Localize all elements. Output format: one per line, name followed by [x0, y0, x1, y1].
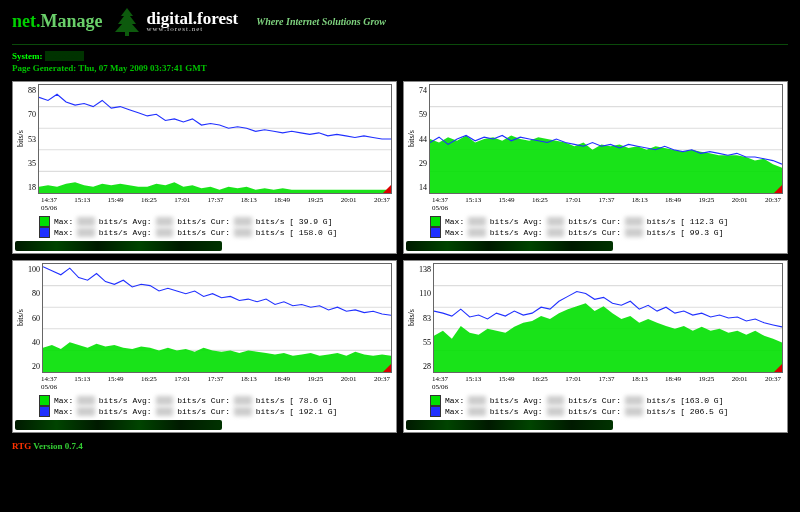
redacted-value: xx [234, 217, 252, 226]
plot-area [433, 263, 783, 373]
chart-2: RTG 0.7.4bits/s1008060402014:3715:1315:4… [12, 260, 397, 433]
legend-swatch [430, 406, 441, 417]
redacted-value: xx [468, 228, 486, 237]
system-row: System: xxxxxx [0, 51, 800, 63]
redacted-value: xx [468, 407, 486, 416]
plot-area [429, 84, 783, 194]
redacted-value: xx [547, 396, 565, 405]
redacted-value: xx [234, 407, 252, 416]
y-axis-ticks: 10080604020 [26, 263, 42, 373]
y-axis-ticks: 7459442914 [417, 84, 429, 194]
legend-swatch [430, 216, 441, 227]
charts-grid: RTG 0.7.4bits/s887053351814:3715:1315:49… [0, 81, 800, 433]
brand-left: net. [12, 11, 41, 31]
header-rule [12, 44, 788, 45]
tree-icon [113, 6, 141, 36]
y-axis-label: bits/s [406, 263, 417, 373]
legend-row: Max:xxbits/s Avg:xxbits/s Cur:xxbits/s [… [430, 406, 783, 417]
legend-swatch [39, 227, 50, 238]
redacted-value: xx [547, 407, 565, 416]
x-axis-ticks: 14:3715:1315:4916:2517:0117:3718:1318:49… [406, 373, 783, 383]
load-bar [15, 241, 222, 251]
x-axis-ticks: 14:3715:1315:4916:2517:0117:3718:1318:49… [406, 194, 783, 204]
digital-forest-title: digital.forest [147, 10, 239, 27]
redacted-value: xx [625, 396, 643, 405]
redacted-value: xx [625, 228, 643, 237]
x-axis-date: 05/06 [15, 204, 392, 214]
marker-icon [382, 184, 392, 194]
redacted-value: xx [234, 396, 252, 405]
legend-swatch [39, 406, 50, 417]
x-axis-date: 05/06 [406, 204, 783, 214]
y-axis-ticks: 8870533518 [26, 84, 38, 194]
redacted-value: xx [547, 228, 565, 237]
x-axis-date: 05/06 [15, 383, 392, 393]
legend-row: Max:xxbits/s Avg:xxbits/s Cur:xxbits/s [… [39, 216, 392, 227]
marker-icon [773, 363, 783, 373]
legend-row: Max:xxbits/s Avg:xxbits/s Cur:xxbits/s [… [430, 216, 783, 227]
y-axis-ticks: 138110835528 [417, 263, 433, 373]
chart-1: RTG 0.7.4bits/s745944291414:3715:1315:49… [403, 81, 788, 254]
marker-icon [773, 184, 783, 194]
header: net.Manage digital.forest www.forest.net… [0, 0, 800, 40]
redacted-value: xx [156, 228, 174, 237]
brand: net.Manage [12, 12, 103, 30]
legend-swatch [39, 216, 50, 227]
load-bar [406, 241, 613, 251]
legend-swatch [39, 395, 50, 406]
redacted-value: xx [77, 217, 95, 226]
legend-row: Max:xxbits/s Avg:xxbits/s Cur:xxbits/s [… [430, 395, 783, 406]
chart-0: RTG 0.7.4bits/s887053351814:3715:1315:49… [12, 81, 397, 254]
redacted-value: xx [468, 396, 486, 405]
plot-area [38, 84, 392, 194]
tagline: Where Internet Solutions Grow [256, 16, 386, 27]
redacted-value: xx [625, 407, 643, 416]
chart-3: RTG 0.7.4bits/s13811083552814:3715:1315:… [403, 260, 788, 433]
legend-row: Max:xxbits/s Avg:xxbits/s Cur:xxbits/s [… [39, 406, 392, 417]
redacted-value: xx [77, 407, 95, 416]
footer-version: Version 0.7.4 [33, 441, 82, 451]
brand-right: Manage [41, 11, 103, 31]
legend-swatch [430, 395, 441, 406]
chart-legend: Max:xxbits/s Avg:xxbits/s Cur:xxbits/s [… [406, 393, 783, 418]
chart-legend: Max:xxbits/s Avg:xxbits/s Cur:xxbits/s [… [406, 214, 783, 239]
marker-icon [382, 363, 392, 373]
y-axis-label: bits/s [15, 84, 26, 194]
legend-row: Max:xxbits/s Avg:xxbits/s Cur:xxbits/s [… [39, 395, 392, 406]
legend-row: Max:xxbits/s Avg:xxbits/s Cur:xxbits/s [… [39, 227, 392, 238]
y-axis-label: bits/s [15, 263, 26, 373]
footer-rtg: RTG [12, 441, 31, 451]
plot-area [42, 263, 392, 373]
y-axis-label: bits/s [406, 84, 417, 194]
redacted-value: xx [468, 217, 486, 226]
forest-logo: digital.forest www.forest.net [113, 6, 239, 36]
redacted-value: xx [156, 396, 174, 405]
legend-swatch [430, 227, 441, 238]
redacted-value: xx [77, 228, 95, 237]
system-label: System: [12, 51, 43, 61]
system-value-redacted: xxxxxx [45, 51, 84, 61]
redacted-value: xx [547, 217, 565, 226]
redacted-value: xx [625, 217, 643, 226]
x-axis-ticks: 14:3715:1315:4916:2517:0117:3718:1318:49… [15, 194, 392, 204]
load-bar [15, 420, 222, 430]
redacted-value: xx [77, 396, 95, 405]
load-bar [406, 420, 613, 430]
redacted-value: xx [234, 228, 252, 237]
x-axis-date: 05/06 [406, 383, 783, 393]
svg-rect-0 [125, 32, 129, 36]
chart-legend: Max:xxbits/s Avg:xxbits/s Cur:xxbits/s [… [15, 393, 392, 418]
legend-row: Max:xxbits/s Avg:xxbits/s Cur:xxbits/s [… [430, 227, 783, 238]
x-axis-ticks: 14:3715:1315:4916:2517:0117:3718:1318:49… [15, 373, 392, 383]
footer: RTG Version 0.7.4 [0, 433, 800, 451]
page-generated: Page Generated: Thu, 07 May 2009 03:37:4… [0, 63, 800, 81]
chart-legend: Max:xxbits/s Avg:xxbits/s Cur:xxbits/s [… [15, 214, 392, 239]
redacted-value: xx [156, 217, 174, 226]
redacted-value: xx [156, 407, 174, 416]
